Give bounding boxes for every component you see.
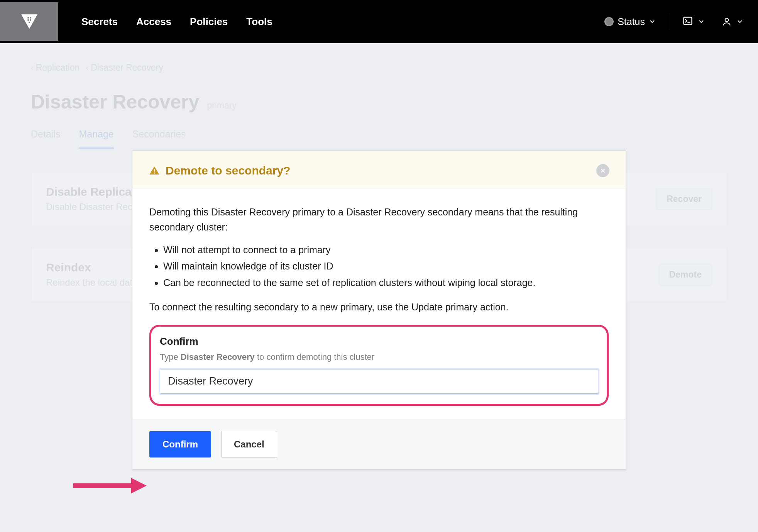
modal-bullet: Can be reconnected to the same set of re… <box>163 275 609 290</box>
chevron-down-icon <box>698 18 705 25</box>
nav-item-secrets[interactable]: Secrets <box>81 16 118 28</box>
modal-bullet: Will not attempt to connect to a primary <box>163 242 609 258</box>
page-role-tag: primary <box>207 100 237 111</box>
close-icon <box>600 168 606 174</box>
svg-rect-4 <box>30 19 31 21</box>
console-icon <box>682 15 693 28</box>
modal-footer: Confirm Cancel <box>132 419 626 469</box>
confirm-hint: Type Disaster Recovery to confirm demoti… <box>160 351 598 364</box>
modal-bullets: Will not attempt to connect to a primary… <box>163 242 609 290</box>
svg-rect-5 <box>29 22 30 23</box>
tabs: Details Manage Secondaries <box>31 129 727 149</box>
svg-rect-9 <box>154 173 155 174</box>
breadcrumb-label: Disaster Recovery <box>91 63 163 73</box>
user-menu[interactable] <box>722 17 743 27</box>
warning-icon <box>149 165 160 176</box>
svg-rect-1 <box>27 17 29 19</box>
topbar: Secrets Access Policies Tools Status <box>0 0 758 43</box>
modal-bullet: Will maintain knowledge of its cluster I… <box>163 259 609 274</box>
recover-button[interactable]: Recover <box>656 188 712 210</box>
svg-rect-2 <box>30 17 31 19</box>
confirm-input[interactable] <box>160 369 598 394</box>
cancel-button[interactable]: Cancel <box>221 431 277 458</box>
topbar-right: Status <box>604 13 743 30</box>
demote-button[interactable]: Demote <box>659 264 712 286</box>
svg-marker-11 <box>131 478 147 493</box>
tab-secondaries[interactable]: Secondaries <box>132 129 186 148</box>
page-title: Disaster Recovery <box>31 91 199 113</box>
confirm-button[interactable]: Confirm <box>149 431 211 457</box>
console-menu[interactable] <box>682 15 705 28</box>
close-button[interactable] <box>596 164 609 177</box>
user-icon <box>722 17 732 27</box>
status-label: Status <box>618 16 645 27</box>
status-menu[interactable]: Status <box>604 16 656 27</box>
chevron-left-icon: ‹ <box>31 63 34 72</box>
nav-items: Secrets Access Policies Tools <box>81 16 272 28</box>
modal-intro: Demoting this Disaster Recovery primary … <box>149 205 609 235</box>
status-circle-icon <box>604 17 614 26</box>
chevron-left-icon: ‹ <box>86 63 88 72</box>
breadcrumb-item-dr[interactable]: ‹ Disaster Recovery <box>86 63 163 73</box>
breadcrumb-item-replication[interactable]: ‹ Replication <box>31 63 80 73</box>
modal-body: Demoting this Disaster Recovery primary … <box>132 188 626 419</box>
vault-logo[interactable] <box>0 2 58 41</box>
breadcrumb-label: Replication <box>36 63 80 73</box>
nav-item-policies[interactable]: Policies <box>190 16 228 28</box>
modal-outro: To connect the resulting secondary to a … <box>149 300 609 315</box>
page-title-row: Disaster Recovery primary <box>31 91 727 113</box>
svg-rect-3 <box>27 19 29 21</box>
modal-title: Demote to secondary? <box>166 164 290 177</box>
breadcrumb: ‹ Replication ‹ Disaster Recovery <box>31 63 727 73</box>
nav-item-access[interactable]: Access <box>136 16 171 28</box>
divider <box>669 13 669 30</box>
annotation-arrow <box>73 474 147 499</box>
tab-details[interactable]: Details <box>31 129 60 148</box>
svg-rect-6 <box>684 17 692 25</box>
modal-header: Demote to secondary? <box>132 151 626 188</box>
nav-item-tools[interactable]: Tools <box>246 16 272 28</box>
chevron-down-icon <box>649 18 656 25</box>
svg-point-7 <box>725 18 729 22</box>
svg-rect-8 <box>154 169 155 171</box>
confirm-label: Confirm <box>160 334 598 349</box>
tab-manage[interactable]: Manage <box>79 129 113 149</box>
chevron-down-icon <box>736 18 743 25</box>
vault-logo-icon <box>19 11 40 32</box>
demote-modal: Demote to secondary? Demoting this Disas… <box>132 151 626 470</box>
confirm-box: Confirm Type Disaster Recovery to confir… <box>149 325 609 406</box>
